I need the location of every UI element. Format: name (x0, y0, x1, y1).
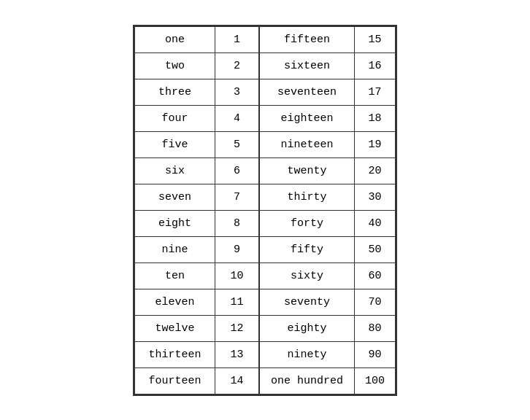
table-row: nine9 (134, 236, 258, 262)
table-row: five5 (134, 131, 258, 158)
table-row: two2 (134, 52, 258, 79)
table-row: thirteen13 (134, 341, 258, 368)
table-row: seven7 (134, 184, 258, 210)
number-cell: 40 (354, 210, 395, 236)
table-row: eighty80 (259, 315, 395, 341)
word-cell: sixty (259, 262, 354, 289)
table-row: fourteen14 (134, 368, 258, 394)
table-row: four4 (134, 105, 258, 131)
right-table: fifteen15sixteen16seventeen17eighteen18n… (259, 26, 396, 394)
number-cell: 10 (215, 262, 258, 289)
word-cell: eleven (134, 289, 215, 315)
number-cell: 1 (215, 26, 258, 52)
word-cell: nineteen (259, 131, 354, 158)
word-cell: one (134, 26, 215, 52)
table-row: seventy70 (259, 289, 395, 315)
table-row: eight8 (134, 210, 258, 236)
word-cell: nine (134, 236, 215, 262)
number-cell: 7 (215, 184, 258, 210)
word-cell: ten (134, 262, 215, 289)
word-cell: ninety (259, 341, 354, 368)
left-table: one1two2three3four4five5six6seven7eight8… (134, 26, 259, 394)
table-row: sixteen16 (259, 52, 395, 79)
word-cell: fourteen (134, 368, 215, 394)
number-cell: 60 (354, 262, 395, 289)
table-row: forty40 (259, 210, 395, 236)
word-cell: thirteen (134, 341, 215, 368)
number-cell: 70 (354, 289, 395, 315)
table-row: nineteen19 (259, 131, 395, 158)
table-row: seventeen17 (259, 79, 395, 105)
word-cell: seventy (259, 289, 354, 315)
table-row: fifty50 (259, 236, 395, 262)
table-row: ninety90 (259, 341, 395, 368)
number-cell: 6 (215, 158, 258, 184)
table-row: twenty20 (259, 158, 395, 184)
number-cell: 8 (215, 210, 258, 236)
table-row: ten10 (134, 262, 258, 289)
word-cell: five (134, 131, 215, 158)
number-cell: 4 (215, 105, 258, 131)
number-cell: 14 (215, 368, 258, 394)
word-cell: six (134, 158, 215, 184)
table-row: one1 (134, 26, 258, 52)
word-cell: fifteen (259, 26, 354, 52)
table-row: eleven11 (134, 289, 258, 315)
table-row: three3 (134, 79, 258, 105)
number-cell: 15 (354, 26, 395, 52)
number-cell: 5 (215, 131, 258, 158)
table-row: fifteen15 (259, 26, 395, 52)
word-cell: seventeen (259, 79, 354, 105)
word-cell: one hundred (259, 368, 354, 394)
tables-wrapper: one1two2three3four4five5six6seven7eight8… (133, 25, 397, 396)
word-cell: sixteen (259, 52, 354, 79)
word-cell: fifty (259, 236, 354, 262)
number-cell: 100 (354, 368, 395, 394)
number-cell: 16 (354, 52, 395, 79)
word-cell: twenty (259, 158, 354, 184)
table-row: sixty60 (259, 262, 395, 289)
word-cell: four (134, 105, 215, 131)
number-cell: 11 (215, 289, 258, 315)
word-cell: thirty (259, 184, 354, 210)
number-cell: 12 (215, 315, 258, 341)
number-cell: 13 (215, 341, 258, 368)
number-cell: 90 (354, 341, 395, 368)
number-cell: 80 (354, 315, 395, 341)
number-cell: 20 (354, 158, 395, 184)
page-container: one1two2three3four4five5six6seven7eight8… (118, 10, 412, 411)
word-cell: seven (134, 184, 215, 210)
number-cell: 2 (215, 52, 258, 79)
word-cell: two (134, 52, 215, 79)
number-cell: 17 (354, 79, 395, 105)
number-cell: 19 (354, 131, 395, 158)
word-cell: eighteen (259, 105, 354, 131)
table-row: thirty30 (259, 184, 395, 210)
number-cell: 9 (215, 236, 258, 262)
number-cell: 3 (215, 79, 258, 105)
number-cell: 18 (354, 105, 395, 131)
number-cell: 50 (354, 236, 395, 262)
word-cell: eighty (259, 315, 354, 341)
table-row: twelve12 (134, 315, 258, 341)
number-cell: 30 (354, 184, 395, 210)
word-cell: eight (134, 210, 215, 236)
table-row: one hundred100 (259, 368, 395, 394)
table-row: six6 (134, 158, 258, 184)
table-row: eighteen18 (259, 105, 395, 131)
word-cell: twelve (134, 315, 215, 341)
word-cell: forty (259, 210, 354, 236)
word-cell: three (134, 79, 215, 105)
